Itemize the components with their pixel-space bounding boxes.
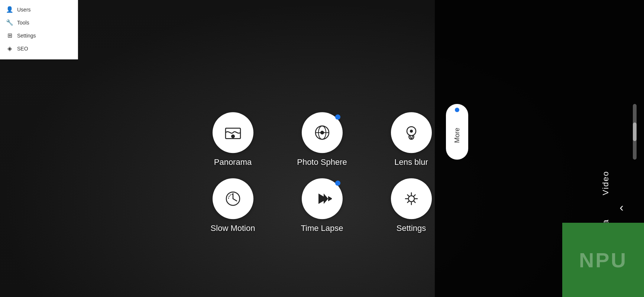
svg-point-7 (410, 130, 413, 133)
back-chevron-icon: ‹ (619, 200, 624, 214)
lens-blur-label: Lens blur (394, 157, 428, 167)
camera-mode-grid: Panorama Photo Sphere Lens blur (196, 112, 449, 233)
scrollbar-thumb[interactable] (633, 123, 637, 141)
more-button-label: More (453, 128, 461, 143)
mode-item-photo-sphere[interactable]: Photo Sphere (285, 112, 359, 167)
sidebar-tools-label: Tools (17, 20, 29, 26)
panorama-icon-circle (213, 112, 253, 153)
panorama-icon (223, 123, 243, 142)
photo-sphere-icon (313, 123, 332, 142)
panorama-label: Panorama (214, 157, 252, 167)
time-lapse-label: Time Lapse (301, 223, 343, 233)
tools-icon: 🔧 (6, 19, 13, 26)
slow-motion-icon-circle (213, 178, 253, 219)
photo-sphere-active-dot (335, 114, 340, 120)
right-panel: More Video Camera ‹ NPU (435, 0, 644, 297)
photo-sphere-icon-circle (302, 112, 343, 153)
settings-sidebar-icon: ⊞ (6, 32, 13, 39)
lens-blur-icon (402, 123, 421, 142)
npu-logo: NPU (579, 248, 627, 272)
scrollbar[interactable] (633, 104, 637, 160)
lens-blur-icon-circle (391, 112, 432, 153)
camera-settings-label: Settings (397, 223, 426, 233)
mode-item-slow-motion[interactable]: Slow Motion (196, 178, 270, 233)
mode-item-time-lapse[interactable]: Time Lapse (285, 178, 359, 233)
time-lapse-icon-circle (302, 178, 343, 219)
svg-point-1 (231, 134, 235, 138)
sidebar-seo-label: SEO (17, 46, 28, 52)
seo-icon: ◈ (6, 45, 13, 52)
sidebar-settings-label: Settings (17, 33, 36, 39)
left-sidebar: 👤 Users 🔧 Tools ⊞ Settings ◈ SEO (0, 0, 78, 59)
mode-item-panorama[interactable]: Panorama (196, 112, 270, 167)
video-mode-label[interactable]: Video (601, 171, 611, 195)
mode-item-settings-camera[interactable]: Settings (374, 178, 449, 233)
slow-motion-icon (223, 189, 243, 208)
camera-settings-icon-circle (391, 178, 432, 219)
sidebar-item-settings[interactable]: ⊞ Settings (0, 29, 78, 42)
camera-settings-icon (402, 189, 421, 208)
slow-motion-label: Slow Motion (211, 223, 255, 233)
back-arrow-button[interactable]: ‹ (619, 200, 624, 214)
npu-badge: NPU (562, 223, 644, 297)
photo-sphere-label: Photo Sphere (297, 157, 347, 167)
sidebar-item-seo[interactable]: ◈ SEO (0, 42, 78, 55)
sidebar-item-tools[interactable]: 🔧 Tools (0, 16, 78, 29)
time-lapse-icon (313, 189, 332, 208)
time-lapse-active-dot (335, 180, 340, 186)
sidebar-item-users[interactable]: 👤 Users (0, 3, 78, 16)
users-icon: 👤 (6, 6, 13, 13)
mode-item-lens-blur[interactable]: Lens blur (374, 112, 449, 167)
svg-point-5 (320, 131, 324, 134)
sidebar-users-label: Users (17, 7, 31, 13)
more-button-dot (455, 108, 459, 112)
more-button[interactable]: More (446, 104, 468, 160)
